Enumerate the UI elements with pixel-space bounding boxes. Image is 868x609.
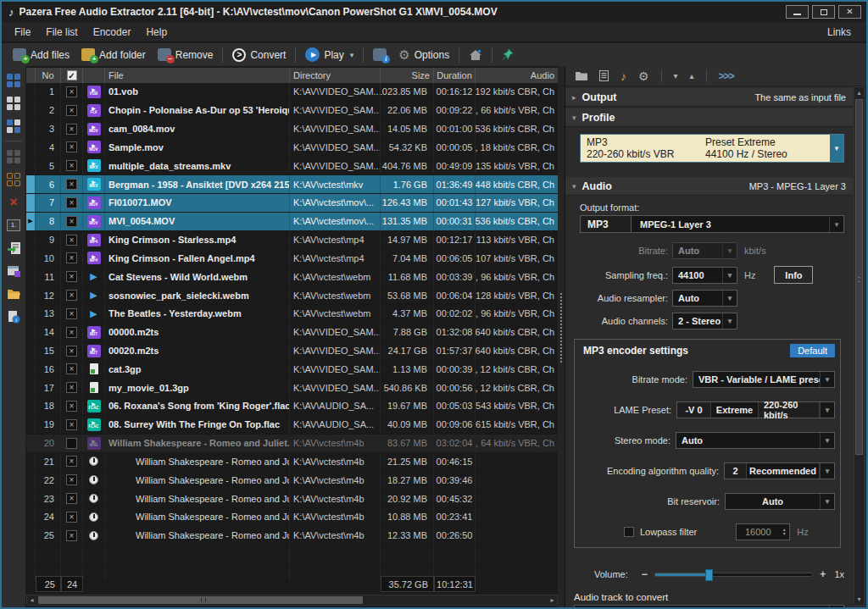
media-info-button[interactable]: i	[4, 307, 23, 326]
row-checkbox[interactable]: ×	[66, 290, 77, 301]
audio-settings-icon[interactable]: ♪	[620, 69, 626, 83]
lowpass-spinbox[interactable]: 16000 ▴▾	[736, 523, 790, 540]
next-panel-icon[interactable]: >>>	[719, 70, 734, 82]
uncheck-all-button[interactable]	[4, 93, 23, 113]
remove-button[interactable]: − Remove	[152, 47, 220, 63]
row-checkbox[interactable]: ×	[66, 363, 77, 374]
add-folder-button[interactable]: + Add folder	[75, 47, 152, 63]
panel-scrollbar[interactable]: ▴ ▾	[854, 86, 865, 606]
table-row[interactable]: 20 ▶M4B William Shakespeare - Romeo and …	[26, 435, 558, 453]
invert-selection-button[interactable]	[4, 116, 23, 136]
row-checkbox-cell[interactable]: ×	[61, 286, 83, 304]
row-checkbox[interactable]: ×	[66, 235, 77, 246]
row-checkbox-cell[interactable]: ×	[61, 490, 83, 507]
row-checkbox[interactable]: ×	[66, 419, 77, 430]
row-checkbox[interactable]: ×	[66, 271, 77, 282]
row-checkbox[interactable]: ×	[66, 456, 77, 467]
audio-track-select[interactable]: Auto (first audio track) ▾	[574, 605, 844, 607]
stereo-mode-select[interactable]: Auto▾	[676, 432, 835, 449]
row-checkbox[interactable]: ×	[66, 141, 77, 152]
row-checkbox[interactable]: ×	[66, 327, 77, 338]
check-group-button[interactable]	[4, 147, 23, 166]
output-format-select[interactable]: MP3 MPEG-1 Layer 3 ▾	[580, 215, 844, 233]
add-files-button[interactable]: + Add files	[7, 47, 75, 63]
row-checkbox-cell[interactable]: ×	[61, 508, 83, 526]
row-checkbox-cell[interactable]: ×	[61, 268, 83, 285]
table-row[interactable]: 15 × ▶M2T 00020.m2ts K:\AV\VIDEO_SAM... …	[26, 342, 558, 361]
uncheck-group-button[interactable]	[4, 169, 23, 189]
channels-select[interactable]: 2 - Stereo▾	[672, 313, 737, 329]
row-checkbox-cell[interactable]: ×	[61, 342, 83, 360]
volume-plus-icon[interactable]: +	[820, 568, 826, 580]
menu-file[interactable]: File	[7, 24, 38, 41]
header-duration[interactable]: Duration	[434, 68, 476, 83]
lowpass-checkbox[interactable]	[624, 527, 634, 537]
output-file-icon[interactable]	[599, 70, 609, 81]
header-audio[interactable]: Audio	[476, 68, 558, 83]
row-checkbox[interactable]: ×	[66, 179, 77, 190]
panel-gear-icon[interactable]: ⚙	[638, 70, 649, 82]
close-button[interactable]: ✕	[838, 5, 861, 19]
dropdown-arrow-icon[interactable]: ▾	[829, 216, 843, 232]
row-checkbox[interactable]: ×	[66, 197, 77, 208]
table-row[interactable]: 19 × ▶FLAC 08. Surrey With The Fringe On…	[26, 416, 558, 435]
play-dropdown-caret[interactable]: ▾	[350, 51, 354, 59]
row-checkbox[interactable]: ×	[66, 401, 77, 412]
row-checkbox[interactable]	[66, 438, 77, 449]
row-checkbox-cell[interactable]: ×	[61, 157, 83, 174]
audio-section-header[interactable]: ▾ Audio MP3 - MPEG-1 Layer 3	[565, 177, 853, 196]
scroll-up-arrow-icon[interactable]: ▴	[854, 87, 864, 98]
file-info-button[interactable]: i	[367, 47, 392, 63]
table-row[interactable]: 2 × ▶FLV Chopin - Polonaise As-Dur op 53…	[26, 102, 558, 120]
sampling-select[interactable]: 44100▾	[672, 267, 737, 284]
panel-scrollbar-thumb[interactable]	[855, 99, 863, 455]
output-folder-icon[interactable]	[576, 71, 587, 80]
output-section-header[interactable]: ▸ Output The same as input file	[565, 88, 853, 107]
resampler-select[interactable]: Auto▾	[672, 290, 737, 307]
table-row[interactable]: 4 × ▶MOV Sample.mov K:\AV\VIDEO_SAM... 5…	[26, 138, 558, 157]
menu-links[interactable]: Links	[817, 24, 861, 41]
open-folder-button[interactable]	[4, 284, 23, 303]
home-button[interactable]	[463, 47, 488, 63]
info-button[interactable]: Info	[774, 266, 813, 284]
row-checkbox[interactable]: ×	[66, 252, 77, 263]
row-checkbox-cell[interactable]: ×	[61, 138, 83, 156]
table-row[interactable]: 18 × ▶FLAC 06. Roxana's Song from 'King …	[26, 397, 558, 416]
table-row[interactable]: 11 × ▶ Cat Stevens - Wild World.webm K:\…	[26, 268, 558, 286]
row-checkbox-cell[interactable]: ×	[61, 249, 83, 267]
table-row[interactable]: 13 × ▶ The Beatles - Yesterday.webm K:\A…	[26, 305, 558, 324]
table-row[interactable]: 8 × ▶MOV MVI_0054.MOV K:\AV\vctest\mov\.…	[26, 213, 558, 231]
title-bar[interactable]: ♪ Pazera Free Audio Extractor 2.11 [64-b…	[2, 2, 866, 22]
row-checkbox[interactable]: ×	[66, 346, 77, 357]
header-no[interactable]: No	[36, 68, 61, 83]
volume-minus-icon[interactable]: −	[642, 568, 648, 580]
row-checkbox[interactable]: ×	[66, 105, 77, 116]
volume-slider[interactable]	[654, 573, 814, 577]
remove-selected-button[interactable]: ×	[4, 192, 23, 212]
row-checkbox-cell[interactable]: ×	[61, 471, 83, 489]
row-checkbox-cell[interactable]: ×	[61, 175, 83, 193]
renumber-button[interactable]: 1.	[4, 215, 23, 235]
header-directory[interactable]: Directory	[290, 68, 381, 83]
table-row[interactable]: 5 × ▶MKV multiple_data_streams.mkv K:\AV…	[26, 157, 558, 175]
header-checkbox[interactable]: ✓	[61, 68, 83, 83]
row-checkbox[interactable]: ×	[66, 160, 77, 171]
table-row[interactable]: 10 × ▶MP4 King Crimson - Fallen Angel.mp…	[26, 249, 558, 268]
table-row[interactable]: 22 × William Shakespeare - Romeo and Jul…	[26, 471, 558, 490]
default-button[interactable]: Default	[790, 344, 835, 357]
menu-encoder[interactable]: Encoder	[86, 24, 139, 41]
export-list-button[interactable]	[4, 261, 23, 280]
header-checkbox-icon[interactable]: ✓	[67, 70, 77, 80]
table-row[interactable]: 24 × William Shakespeare - Romeo and Jul…	[26, 508, 558, 527]
header-icon-col[interactable]	[83, 68, 105, 83]
row-checkbox-cell[interactable]: ×	[61, 231, 83, 249]
row-checkbox-cell[interactable]	[61, 435, 83, 452]
play-button[interactable]: ▶ Play ▾	[299, 46, 359, 64]
dropdown-arrow-icon[interactable]: ▾	[820, 402, 834, 418]
row-checkbox-cell[interactable]: ×	[61, 324, 83, 341]
row-checkbox[interactable]: ×	[66, 512, 77, 523]
table-row[interactable]: 17 × my_movie_01.3gp K:\AV\VIDEO_SAM... …	[26, 379, 558, 397]
row-checkbox[interactable]: ×	[66, 308, 77, 319]
row-checkbox-cell[interactable]: ×	[61, 83, 83, 101]
row-checkbox-cell[interactable]: ×	[61, 379, 83, 396]
